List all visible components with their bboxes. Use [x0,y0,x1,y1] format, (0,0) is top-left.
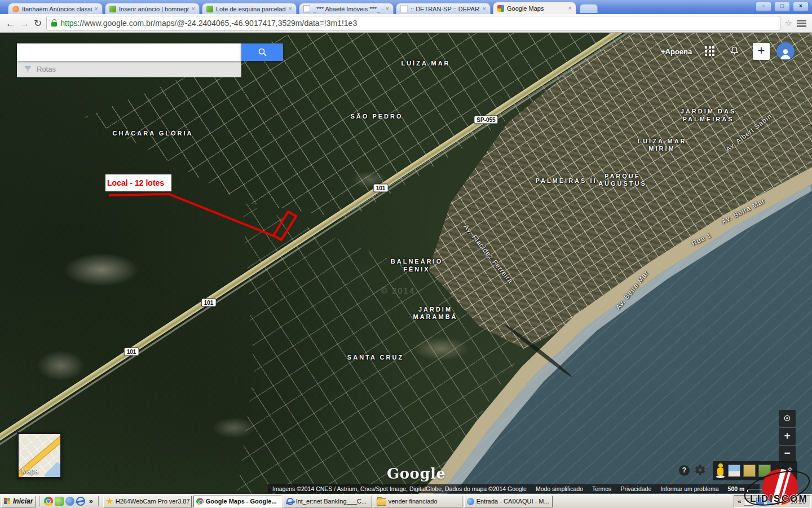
new-tab-button[interactable] [580,4,598,13]
zoom-in-button[interactable]: + [779,428,796,445]
menu-icon[interactable] [797,20,806,21]
tab-inserir-anuncio[interactable]: Inserir anúncio | bomnegócio × [105,3,200,14]
scale-control: 500 m [728,485,778,492]
map-place-label: SÃO PEDRO [350,113,403,120]
back-button[interactable]: ← [6,19,15,28]
task-title: H264WebCam Pro ver3.87 [116,498,190,505]
scale-bar [747,489,778,492]
tab-close-icon[interactable]: × [289,6,292,12]
minimap-toggle[interactable]: Mapa [17,432,62,479]
search-input[interactable] [17,43,241,61]
browser-toolbar: ← → ↻ https ://www.google.com.br/maps/@-… [0,14,812,33]
tab-close-icon[interactable]: × [483,6,486,12]
address-bar[interactable]: https ://www.google.com.br/maps/@-24.240… [46,16,780,30]
task-internet-banking[interactable]: Int_er:net BankIng___C... [284,496,372,507]
start-button[interactable]: Iniciar [1,496,36,507]
map-road-label: Av. Flacidez Ferreira [462,223,514,285]
quicklaunch-overflow-chevron[interactable]: » [87,497,95,505]
help-button[interactable]: ? [679,465,690,476]
url-protocol: https [60,19,77,28]
app-icon-green[interactable] [55,497,64,506]
tab-strip: Itanhaém Anúncios classifica × Inserir a… [0,0,812,14]
zoom-out-button[interactable]: − [779,445,796,463]
route-shield: 101 [373,184,389,192]
expand-chevrons-icon[interactable] [785,465,795,476]
map-place-label: CHÁCARA GLÓRIA [112,130,193,137]
tab-close-icon[interactable]: × [568,5,572,11]
route-shield: 101 [124,348,139,356]
taskbar-divider [39,496,41,506]
bookmark-star-icon[interactable]: ☆ [785,18,792,28]
imagery-attribution: Imagens ©2014 CNES / Astrium, Cnes/Spot … [272,485,527,492]
reload-button[interactable]: ↻ [34,19,42,28]
mail-tray-icon[interactable] [744,498,753,506]
minimap-label: Mapa [21,467,38,475]
my-location-button[interactable] [779,410,796,427]
restore-button[interactable]: □ [774,2,790,11]
tab-title: Lote de esquina parcelado - [216,6,286,12]
link-privacidade[interactable]: Privacidade [620,485,651,492]
avatar[interactable] [776,42,795,60]
task-title: Entrada - CAIXAQUI - M... [476,498,549,505]
route-shield: 101 [201,299,217,307]
tab-close-icon[interactable]: × [192,6,195,12]
map-place-label: PALMEIRAS [683,116,734,122]
profile-name[interactable]: +Apoena [661,47,692,56]
tray-icon-yellow[interactable] [778,497,785,505]
folder-icon [377,498,386,506]
map-place-label: SANTA CRUZ [347,354,404,361]
link-informar-problema[interactable]: Informar um problema [660,485,718,492]
task-h264webcam[interactable]: H264WebCam Pro ver3.87 [103,496,192,507]
ie-icon[interactable] [76,497,85,506]
tab-title: _*** Abaeté Imóveis ***_ - [313,6,383,12]
tab-abaete-imoveis[interactable]: _*** Abaeté Imóveis ***_ - × [299,3,394,14]
tab-detran-sp[interactable]: :: DETRAN-SP :: DEPARTAME × [396,3,491,14]
tab-close-icon[interactable]: × [95,6,98,12]
map-canvas[interactable]: Local - 12 lotes LUÍZA MAR SÃO PEDRO CHÁ… [0,33,812,494]
task-vender-financiado[interactable]: vender financiado [374,496,462,507]
url-text: ://www.google.com.br/maps/@-24.2404065,-… [78,19,358,28]
taskbar-clock: 10:23 [790,498,806,505]
tray-icon-blue2[interactable] [767,497,775,505]
task-caixaqui[interactable]: Entrada - CAIXAQUI - M... [464,496,553,507]
forward-button[interactable]: → [20,19,29,28]
task-title: Google Maps - Google... [206,498,277,505]
link-termos[interactable]: Termos [592,485,611,492]
imagery-thumb-terrain[interactable] [743,465,756,477]
pegman-icon[interactable] [716,463,725,478]
routes-label: Rotas [37,65,56,73]
tray-icon-blue[interactable] [756,497,764,505]
apps-grid-icon[interactable] [705,46,715,56]
close-button[interactable]: × [793,2,809,11]
window-controls: – □ × [756,2,809,11]
tab-close-icon[interactable]: × [386,6,389,12]
link-modo-simplificado[interactable]: Modo simplificado [536,485,583,492]
globe-icon[interactable] [65,497,74,506]
map-place-label: AUGUSTUS [598,180,647,187]
browser-window: Itanhaém Anúncios classifica × Inserir a… [0,0,812,508]
tray-chevron[interactable]: « [738,498,741,505]
task-google-maps[interactable]: Google Maps - Google... [193,496,282,507]
map-place-label: JARDIM [418,306,452,313]
routes-button[interactable]: Rotas [17,61,241,77]
tab-lote-esquina[interactable]: Lote de esquina parcelado - × [202,3,297,14]
system-tray: « 10:23 [734,495,811,508]
imagery-thumb-earth[interactable] [728,465,740,477]
minimize-button[interactable]: – [756,2,771,11]
notifications-bell-icon[interactable] [729,46,740,59]
chrome-icon [196,498,204,505]
imagery-thumb-photos[interactable] [758,465,771,477]
route-shield: SP-055 [474,116,498,124]
map-place-label: PALMEIRAS II [535,177,597,184]
tab-itanhaem[interactable]: Itanhaém Anúncios classifica × [8,3,103,14]
map-place-label: LUÍZA MAR [401,60,450,67]
map-place-label: MIRIM [648,145,675,152]
tab-title: :: DETRAN-SP :: DEPARTAME [411,6,480,12]
search-button[interactable] [241,43,283,61]
tab-title: Google Maps [507,5,566,12]
chrome-icon[interactable] [44,497,53,506]
settings-gear-icon[interactable] [694,464,706,476]
map-place-label: FÊNIX [403,266,430,273]
tab-google-maps[interactable]: Google Maps × [493,2,576,14]
share-post-button[interactable]: + [753,43,770,60]
